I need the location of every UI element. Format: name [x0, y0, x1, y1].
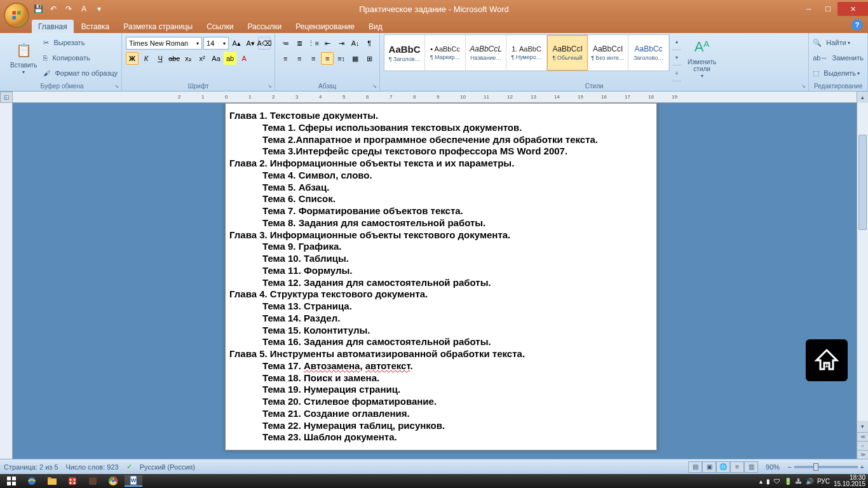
align-left-button[interactable]: ≡ — [279, 52, 292, 65]
text-line[interactable]: Тема 1. Сферы использования текстовых до… — [229, 122, 653, 134]
clipboard-dialog-launcher[interactable]: ↘ — [112, 82, 120, 90]
maximize-button[interactable]: ☐ — [818, 2, 837, 16]
tab-page-layout[interactable]: Разметка страницы — [117, 20, 199, 33]
align-right-button[interactable]: ≡ — [307, 52, 320, 65]
help-button[interactable]: ? — [851, 19, 863, 30]
scroll-thumb[interactable] — [858, 135, 867, 230]
superscript-button[interactable]: x² — [196, 52, 208, 65]
decrease-indent-button[interactable]: ⇤ — [321, 37, 334, 50]
tray-volume-icon[interactable]: 🔊 — [806, 478, 813, 485]
format-painter-button[interactable]: 🖌 Формат по образцу — [43, 66, 118, 80]
home-overlay-badge[interactable]: 1 — [806, 339, 848, 381]
text-line[interactable]: Тема 9. Графика. — [229, 241, 653, 253]
select-button[interactable]: ⬚ Выделить ▾ — [813, 66, 864, 80]
text-line[interactable]: Тема 8. Задания для самостоятельной рабо… — [229, 217, 653, 229]
text-line[interactable]: Тема 10. Таблицы. — [229, 253, 653, 265]
style-item[interactable]: 1. AaBbC¶ Нумеро… — [506, 35, 547, 71]
font-name-select[interactable]: Times New Roman▾ — [126, 37, 202, 50]
text-line[interactable]: Тема 18. Поиск и замена. — [229, 372, 653, 384]
text-line[interactable]: Тема 4. Символ, слово. — [229, 170, 653, 182]
prev-page-icon[interactable]: ≪ — [857, 432, 868, 441]
zoom-out-icon[interactable]: − — [787, 463, 791, 471]
close-button[interactable]: ✕ — [837, 2, 868, 16]
show-marks-button[interactable]: ¶ — [363, 37, 376, 50]
taskbar-word-icon[interactable]: W — [125, 475, 142, 487]
redo-icon[interactable]: ↷ — [62, 3, 75, 15]
print-layout-view[interactable]: ▤ — [688, 461, 702, 473]
document-area[interactable]: Глава 1. Текстовые документы.Тема 1. Сфе… — [13, 103, 857, 459]
font-dialog-launcher[interactable]: ↘ — [266, 82, 273, 90]
styles-dialog-launcher[interactable]: ↘ — [799, 82, 807, 90]
undo-icon[interactable]: ↶ — [47, 3, 60, 15]
scroll-down-icon[interactable]: ▾ — [857, 421, 868, 432]
scroll-up-icon[interactable]: ▴ — [857, 92, 868, 103]
italic-button[interactable]: К — [140, 52, 153, 65]
paragraph-dialog-launcher[interactable]: ↘ — [370, 82, 378, 90]
tray-icon1[interactable]: 🛡 — [774, 478, 780, 485]
line-spacing-button[interactable]: ≡↕ — [335, 52, 348, 65]
status-word-count[interactable]: Число слов: 923 — [66, 463, 119, 471]
taskbar-explorer-icon[interactable] — [43, 475, 61, 487]
tray-language[interactable]: РУС — [817, 478, 830, 485]
tab-home[interactable]: Главная — [32, 20, 74, 33]
text-line[interactable]: Тема 19. Нумерация страниц. — [229, 384, 653, 396]
align-center-button[interactable]: ≡ — [293, 52, 306, 65]
font-size-select[interactable]: 14▾ — [203, 37, 229, 50]
taskbar-chrome-icon[interactable] — [104, 475, 122, 487]
page[interactable]: Глава 1. Текстовые документы.Тема 1. Сфе… — [225, 103, 657, 451]
text-line[interactable]: Тема 14. Раздел. — [229, 313, 653, 325]
text-line[interactable]: Глава 5. Инструменты автоматизированной … — [229, 348, 653, 360]
style-item[interactable]: AaBbCcI¶ Без инте… — [588, 35, 628, 71]
clear-formatting-button[interactable]: A⌫ — [258, 37, 271, 50]
gallery-down-icon[interactable]: ▾ — [672, 50, 681, 66]
quickprint-icon[interactable]: A — [78, 3, 90, 15]
start-button[interactable] — [3, 475, 20, 487]
next-page-icon[interactable]: ≫ — [857, 450, 868, 459]
text-line[interactable]: Тема 11. Формулы. — [229, 265, 653, 277]
status-page[interactable]: Страница: 2 из 5 — [4, 463, 58, 471]
borders-button[interactable]: ⊞ — [363, 52, 376, 65]
shrink-font-button[interactable]: A▾ — [244, 37, 257, 50]
gallery-up-icon[interactable]: ▴ — [672, 34, 681, 50]
tab-view[interactable]: Вид — [362, 20, 389, 33]
office-button[interactable] — [4, 3, 29, 28]
save-icon[interactable]: 💾 — [32, 3, 44, 15]
multilevel-button[interactable]: ⋮≡ — [307, 37, 320, 50]
change-styles-button[interactable]: Aᴬ Изменить стили ▾ — [684, 34, 720, 81]
tray-battery-icon[interactable]: 🔋 — [784, 478, 792, 485]
zoom-slider[interactable]: − + — [787, 463, 864, 471]
text-line[interactable]: Тема 16. Задания для самостоятельной раб… — [229, 336, 653, 348]
text-line[interactable]: Тема 13. Страница. — [229, 301, 653, 313]
zoom-level[interactable]: 90% — [766, 463, 780, 471]
find-button[interactable]: 🔍 Найти ▾ — [813, 36, 864, 50]
scroll-track[interactable] — [857, 103, 868, 421]
cut-button[interactable]: ✂ Вырезать — [43, 36, 118, 50]
text-line[interactable]: Глава 2. Информационные объекты текста и… — [229, 158, 653, 170]
full-screen-view[interactable]: ▣ — [702, 461, 716, 473]
replace-button[interactable]: ab↔ Заменить — [813, 51, 864, 65]
tab-mailings[interactable]: Рассылки — [241, 20, 288, 33]
vertical-scrollbar[interactable]: ▴ ▾ ≪ ○ ≫ — [857, 92, 868, 459]
grow-font-button[interactable]: A▴ — [230, 37, 243, 50]
web-layout-view[interactable]: 🌐 — [716, 461, 730, 473]
style-item[interactable]: AaBbC¶ Заголов… — [384, 35, 425, 71]
increase-indent-button[interactable]: ⇥ — [335, 37, 348, 50]
tray-network-icon[interactable]: 🖧 — [796, 478, 802, 485]
tray-wifi-icon[interactable]: ▮ — [766, 478, 770, 485]
text-line[interactable]: Тема 2.Аппаратное и программное обеспече… — [229, 134, 653, 146]
paste-button[interactable]: 📋 Вставить ▾ — [6, 34, 41, 81]
document-body[interactable]: Глава 1. Текстовые документы.Тема 1. Сфе… — [226, 110, 656, 444]
text-line[interactable]: Тема 12. Задания для самостоятельной раб… — [229, 277, 653, 289]
taskbar-ie-icon[interactable] — [23, 475, 41, 487]
zoom-in-icon[interactable]: + — [860, 463, 864, 471]
highlight-button[interactable]: ab — [224, 52, 236, 65]
text-line[interactable]: Глава 4. Структура текстового документа. — [229, 288, 653, 301]
gallery-more-icon[interactable]: ≡ — [672, 65, 681, 81]
sort-button[interactable]: A↓ — [349, 37, 362, 50]
text-line[interactable]: Тема 22. Нумерация таблиц, рисунков. — [229, 420, 653, 432]
style-item[interactable]: AaBbCcI¶ Обычный — [547, 35, 588, 71]
status-language[interactable]: Русский (Россия) — [140, 463, 195, 471]
bullets-button[interactable]: ≔ — [279, 37, 292, 50]
text-line[interactable]: Тема 17. Автозамена, автотекст. — [229, 360, 653, 372]
text-line[interactable]: Тема 20. Стилевое форматирование. — [229, 396, 653, 408]
